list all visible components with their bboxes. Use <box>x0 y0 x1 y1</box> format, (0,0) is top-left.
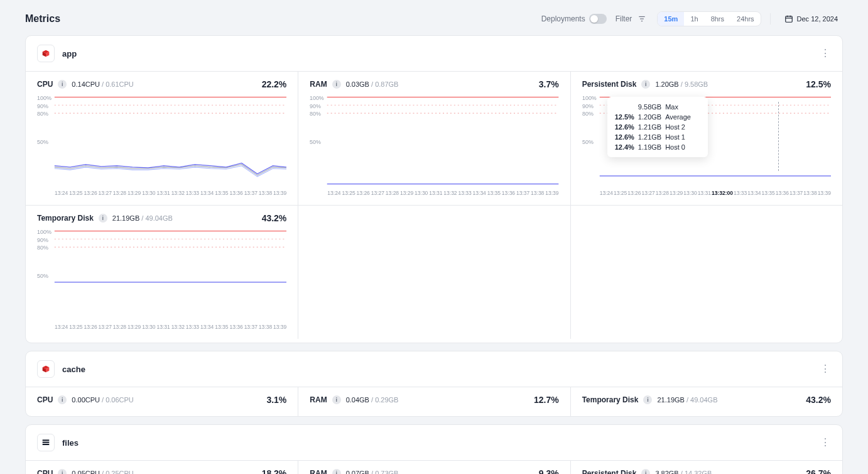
chart-cpu[interactable]: 100%90%80%50% <box>37 93 286 187</box>
metric-title: CPU <box>37 80 53 89</box>
metric-pct: 3.7% <box>539 79 559 89</box>
range-1h[interactable]: 1h <box>684 12 704 26</box>
service-name: cache <box>62 365 85 374</box>
chart-persistent-disk[interactable]: 100%90%80%50% 9.58GBMax12.5%1.20GBAverag… <box>582 93 831 187</box>
metric-title: Temporary Disk <box>582 395 639 404</box>
metric-ram: RAM i 0.04GB / 0.29GB 12.7% <box>298 387 570 416</box>
metric-used: 0.05CPU <box>72 470 100 474</box>
filter-label[interactable]: Filter <box>616 14 632 23</box>
metric-title: RAM <box>310 80 327 89</box>
date-picker[interactable]: Dec 12, 2024 <box>779 12 843 26</box>
range-15m[interactable]: 15m <box>658 12 684 26</box>
metric-title: CPU <box>37 469 53 474</box>
metric-title: RAM <box>310 395 327 404</box>
page-title: Metrics <box>25 13 60 25</box>
svg-text:80%: 80% <box>310 111 321 117</box>
service-icon-app <box>37 45 55 62</box>
svg-rect-3 <box>785 16 792 22</box>
metric-used: 1.20GB <box>655 80 678 88</box>
info-icon[interactable]: i <box>58 395 67 404</box>
svg-text:50%: 50% <box>37 139 48 145</box>
empty-cell <box>298 206 570 339</box>
metric-used: 0.00CPU <box>72 396 100 404</box>
x-axis: 13:2413:2513:2613:2713:2813:2913:3013:31… <box>37 187 286 202</box>
metric-title: Persistent Disk <box>582 80 637 89</box>
metric-pct: 43.2% <box>806 395 831 405</box>
svg-rect-40 <box>43 444 50 445</box>
metric-title: RAM <box>310 469 327 474</box>
svg-text:100%: 100% <box>310 94 324 101</box>
metric-total: / 0.25CPU <box>102 470 134 474</box>
info-icon[interactable]: i <box>643 395 652 404</box>
service-card-app: app ⋮ CPU i 0.14CPU / 0.61CPU 22.2% <box>25 35 843 343</box>
svg-text:100%: 100% <box>37 228 52 234</box>
deployments-label: Deployments <box>541 14 585 23</box>
service-icon-files <box>37 434 55 451</box>
info-icon[interactable]: i <box>641 80 650 89</box>
deployments-toggle[interactable] <box>589 14 607 24</box>
calendar-icon <box>784 14 793 23</box>
svg-text:50%: 50% <box>37 273 48 279</box>
service-menu-button[interactable]: ⋮ <box>820 364 831 374</box>
metric-used: 0.03GB <box>346 80 369 88</box>
service-name: files <box>62 438 79 448</box>
metric-used: 21.19GB <box>112 214 139 222</box>
service-icon-cache <box>37 360 55 378</box>
metric-pct: 3.1% <box>266 395 286 405</box>
svg-rect-39 <box>43 442 50 443</box>
svg-text:90%: 90% <box>37 102 48 109</box>
svg-text:80%: 80% <box>37 111 48 117</box>
svg-text:90%: 90% <box>310 102 321 109</box>
info-icon[interactable]: i <box>332 395 341 404</box>
service-menu-button[interactable]: ⋮ <box>820 438 831 448</box>
empty-cell <box>570 206 842 339</box>
metric-title: CPU <box>37 395 53 404</box>
info-icon[interactable]: i <box>641 469 650 474</box>
metric-pct: 43.2% <box>262 213 287 223</box>
date-label: Dec 12, 2024 <box>797 15 838 23</box>
chart-temporary-disk[interactable]: 100%90%80%50% <box>37 227 286 321</box>
info-icon[interactable]: i <box>58 80 67 89</box>
time-range-tabs: 15m 1h 8hrs 24hrs <box>657 11 761 26</box>
range-24hrs[interactable]: 24hrs <box>730 12 761 26</box>
x-axis: 13:2413:2513:2613:2713:2813:2913:3013:31… <box>310 187 558 202</box>
info-icon[interactable]: i <box>332 80 341 89</box>
metric-persistent-disk: Persistent Disk i 3.82GB / 14.32GB 26.7% <box>570 461 842 474</box>
metric-title: Persistent Disk <box>582 469 637 474</box>
metric-total: / 0.06CPU <box>102 396 134 404</box>
metric-total: / 49.04GB <box>141 214 173 222</box>
service-menu-button[interactable]: ⋮ <box>820 48 831 58</box>
metric-cpu: CPU i 0.14CPU / 0.61CPU 22.2% 100%90%80%… <box>26 72 298 205</box>
svg-text:50%: 50% <box>310 139 321 145</box>
x-axis: 13:2413:2513:2613:2713:2813:2913:3013:31… <box>582 187 831 202</box>
chart-ram[interactable]: 100%90%80%50% <box>310 93 558 187</box>
svg-text:100%: 100% <box>37 94 52 101</box>
deployments-toggle-group: Deployments <box>541 14 607 24</box>
metric-total: / 0.29GB <box>371 396 398 404</box>
info-icon[interactable]: i <box>99 214 107 223</box>
x-axis: 13:2413:2513:2613:2713:2813:2913:3013:31… <box>37 321 286 336</box>
svg-text:90%: 90% <box>582 102 594 109</box>
metric-total: / 0.73GB <box>371 470 398 474</box>
svg-text:90%: 90% <box>37 236 48 243</box>
svg-rect-38 <box>43 439 50 441</box>
tooltip-table: 9.58GBMax12.5%1.20GBAverage12.6%1.21GBHo… <box>615 102 695 152</box>
service-card-files: files ⋮ CPU i 0.05CPU / 0.25CPU 18.2% <box>25 424 843 474</box>
filter-icon[interactable] <box>636 13 648 25</box>
metric-cpu: CPU i 0.05CPU / 0.25CPU 18.2% <box>26 461 298 474</box>
metric-used: 3.82GB <box>655 470 678 474</box>
svg-text:80%: 80% <box>582 111 594 117</box>
range-8hrs[interactable]: 8hrs <box>705 12 730 26</box>
info-icon[interactable]: i <box>332 469 341 474</box>
svg-text:80%: 80% <box>37 245 48 251</box>
metric-persistent-disk: Persistent Disk i 1.20GB / 9.58GB 12.5% … <box>570 72 842 205</box>
svg-text:100%: 100% <box>582 94 597 101</box>
metric-pct: 18.2% <box>262 468 287 474</box>
info-icon[interactable]: i <box>58 469 67 474</box>
service-name: app <box>62 49 77 58</box>
metric-pct: 22.2% <box>262 79 287 89</box>
metric-ram: RAM i 0.03GB / 0.87GB 3.7% 100%90%80%50% <box>298 72 570 205</box>
metric-pct: 26.7% <box>806 468 831 474</box>
metric-used: 21.19GB <box>657 396 684 404</box>
chart-tooltip: 9.58GBMax12.5%1.20GBAverage12.6%1.21GBHo… <box>607 97 708 157</box>
